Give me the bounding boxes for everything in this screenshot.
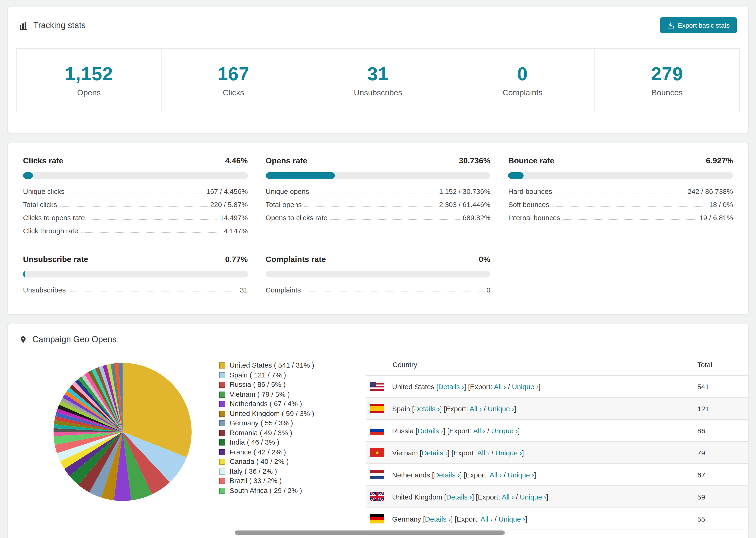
progress-bar-fill (23, 271, 25, 278)
legend-swatch (219, 439, 225, 446)
stat-label: Opens (77, 88, 101, 97)
legend-label: Canada ( 40 / 2% ) (230, 457, 289, 466)
rate-title: Complaints rate (266, 255, 326, 264)
legend-item-germany: Germany ( 55 / 3% ) (219, 418, 333, 428)
rate-head: Opens rate30.736% (266, 156, 490, 166)
stat-label: Clicks (223, 88, 244, 97)
rate-row-label: Internal bounces (508, 214, 561, 222)
rate-head: Bounce rate6.927% (508, 156, 733, 166)
geo-row-country: Germany [Details ›] [Export: All › / Uni… (392, 515, 697, 523)
geo-row-country: United Kingdom [Details ›] [Export: All … (392, 493, 697, 501)
export-all-link[interactable]: All › (502, 493, 514, 501)
export-unique-link[interactable]: Unique › (508, 471, 534, 479)
rate-row-label: Clicks to opens rate (23, 214, 85, 222)
rate-value: 4.46% (225, 156, 248, 166)
rate-value: 0% (479, 255, 490, 264)
geo-header-total: Total (697, 360, 748, 368)
export-unique-link[interactable]: Unique › (491, 426, 518, 435)
rate-row: Clicks to opens rate14.497% (23, 211, 248, 224)
geo-table: Country Total United States [Details ›] … (366, 353, 748, 530)
details-link[interactable]: Details › (422, 449, 448, 457)
rate-row: Unsubscribes31 (23, 283, 248, 296)
legend-item-france: France ( 42 / 2% ) (219, 447, 333, 457)
rate-value: 0.77% (225, 255, 248, 264)
stat-value: 1,152 (65, 63, 113, 84)
rate-head: Complaints rate0% (266, 255, 490, 264)
geo-table-header: Country Total (366, 353, 748, 376)
legend-item-russia: Russia ( 86 / 5% ) (219, 380, 333, 389)
rate-row-value: 0 (486, 286, 490, 294)
geo-table-row-vietnam: ★Vietnam [Details ›] [Export: All › / Un… (366, 442, 748, 464)
legend-swatch (219, 401, 225, 407)
stat-box-opens: 1,152Opens (17, 48, 162, 112)
geo-table-row-russia: Russia [Details ›] [Export: All › / Uniq… (366, 420, 748, 442)
details-link[interactable]: Details › (425, 515, 451, 523)
export-unique-link[interactable]: Unique › (520, 493, 546, 501)
legend-item-canada: Canada ( 40 / 2% ) (219, 457, 333, 466)
rate-row: Total clicks220 / 5.87% (23, 198, 248, 211)
rate-row: Complaints0 (266, 283, 490, 296)
rate-rows: Unique clicks167 / 4.456%Total clicks220… (23, 185, 248, 237)
stat-value: 31 (367, 63, 389, 84)
geo-row-country: Netherlands [Details ›] [Export: All › /… (392, 471, 697, 479)
legend-swatch (219, 410, 225, 417)
geo-row-country: United States [Details ›] [Export: All ›… (392, 382, 697, 390)
geo-pie-wrap (53, 362, 192, 501)
tracking-stats-header: Tracking stats Export basic stats (8, 7, 748, 37)
rate-row-value: 689.82% (462, 214, 490, 222)
rate-row-label: Soft bounces (508, 200, 549, 208)
rate-row-label: Opens to clicks rate (266, 214, 327, 222)
export-unique-link[interactable]: Unique › (488, 404, 514, 412)
geo-table-row-united-kingdom: United Kingdom [Details ›] [Export: All … (366, 486, 748, 508)
export-all-link[interactable]: All › (469, 404, 482, 412)
export-unique-link[interactable]: Unique › (512, 382, 538, 390)
geo-row-total: 121 (697, 404, 748, 412)
rate-panel-clicks-rate: Clicks rate4.46%Unique clicks167 / 4.456… (23, 156, 248, 237)
export-all-link[interactable]: All › (490, 471, 502, 479)
export-unique-link[interactable]: Unique › (499, 515, 525, 523)
rate-rows: Complaints0 (266, 283, 490, 296)
geo-header-country: Country (393, 360, 697, 368)
export-all-link[interactable]: All › (481, 515, 493, 523)
details-link[interactable]: Details › (417, 426, 443, 435)
legend-label: United States ( 541 / 31% ) (230, 360, 314, 370)
details-link[interactable]: Details › (438, 382, 464, 390)
legend-swatch (219, 391, 225, 398)
details-link[interactable]: Details › (434, 471, 460, 479)
rate-panel-opens-rate: Opens rate30.736%Unique opens1,152 / 30.… (266, 156, 490, 237)
rate-row: Hard bounces242 / 86.738% (508, 185, 733, 198)
legend-item-india: India ( 46 / 3% ) (219, 438, 333, 447)
legend-label: Germany ( 55 / 3% ) (230, 418, 293, 428)
rate-row-value: 242 / 86.738% (687, 187, 733, 195)
rate-row-label: Complaints (266, 286, 301, 294)
details-link[interactable]: Details › (414, 404, 440, 412)
rate-panel-complaints-rate: Complaints rate0%Complaints0 (266, 255, 490, 296)
stat-value: 167 (217, 63, 249, 84)
export-all-link[interactable]: All › (477, 449, 490, 457)
progress-bar-fill (266, 172, 335, 179)
export-all-link[interactable]: All › (494, 382, 506, 390)
export-basic-stats-button[interactable]: Export basic stats (660, 17, 737, 33)
legend-item-italy: Italy ( 36 / 2% ) (219, 466, 333, 476)
rate-row-value: 19 / 6.81% (699, 214, 733, 222)
rate-row-label: Total opens (266, 200, 301, 208)
rate-row-label: Hard bounces (508, 187, 552, 195)
stat-box-unsubscribes: 31Unsubscribes (305, 48, 451, 112)
export-unique-link[interactable]: Unique › (495, 449, 522, 457)
details-link[interactable]: Details › (446, 493, 472, 501)
geo-row-country: Spain [Details ›] [Export: All › / Uniqu… (392, 404, 697, 412)
legend-label: Romania ( 49 / 3% ) (230, 428, 292, 438)
legend-swatch (219, 362, 225, 368)
legend-label: Brazil ( 33 / 2% ) (230, 476, 282, 486)
rate-panel-unsubscribe-rate: Unsubscribe rate0.77%Unsubscribes31 (23, 255, 248, 296)
stat-label: Unsubscribes (354, 88, 402, 97)
rate-row: Click through rate4.147% (23, 224, 248, 237)
rate-row: Unique opens1,152 / 30.736% (266, 185, 490, 198)
legend-item-spain: Spain ( 121 / 7% ) (219, 370, 333, 380)
tracking-stats-title: Tracking stats (33, 21, 86, 30)
legend-item-romania: Romania ( 49 / 3% ) (219, 428, 333, 438)
horizontal-scrollbar-thumb[interactable] (235, 530, 505, 535)
map-pin-icon (19, 335, 27, 345)
rate-row-value: 167 / 4.456% (206, 187, 248, 195)
export-all-link[interactable]: All › (473, 426, 485, 435)
